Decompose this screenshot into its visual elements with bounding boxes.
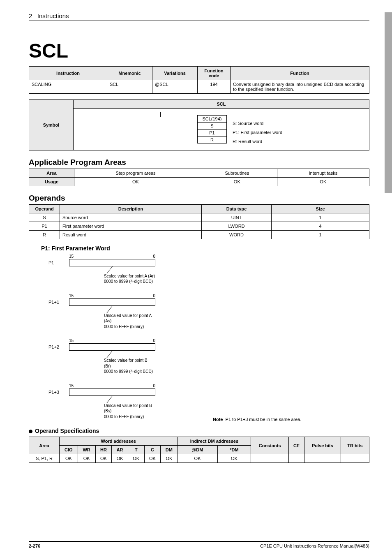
th-cf: CF [288,437,304,454]
td-dtype: UINT [202,213,272,222]
th-dtype: Data type [202,204,272,213]
bit-lo: 0 [153,384,155,388]
th-mnem: Mnemonic [107,67,152,80]
pw-desc1b: 0000 to FFFF (binary) [104,324,144,329]
th-area: Area [29,169,74,177]
bit-hi: 15 [69,294,74,298]
th-pulse: Pulse bits [304,437,341,454]
block-defs: S: Source word P1: First parameter word … [233,113,282,146]
note-text: P1 to P1+3 must be in the same area. [226,417,302,422]
table-row: SCALING SCL @SCL 194 Converts unsigned b… [29,80,369,94]
td-size: 4 [272,222,369,230]
sub-title-spec: Operand Specifications [29,428,369,434]
th-int: Interrupt tasks [277,169,369,177]
th-wr: WR [78,446,95,454]
table-row: P1 First parameter word LWORD 4 [29,222,369,230]
th-idm-group: Indirect DM addresses [178,437,251,446]
th-sdm: *DM [217,446,251,454]
th-area: Area [29,437,60,454]
th-var: Variations [152,67,198,80]
td-5: OK [144,454,161,463]
page-title: SCL [29,39,369,62]
td-desc: Result word [60,230,202,239]
pw-tag-1: P1+1 [48,298,63,305]
pw-desc2b: 0000 to 9999 (4-digit BCD) [104,369,153,374]
def-r: R: Result word [233,137,282,146]
td-11: --- [304,454,341,463]
th-scl: SCL [74,100,369,109]
sub-title-p1: P1: First Parameter Word [41,245,369,252]
td-4: OK [128,454,144,463]
block-s: S [197,123,227,130]
th-ar: AR [112,446,128,454]
td-usage: Usage [29,177,74,186]
td-op: R [29,230,60,239]
table-row: S, P1, R OK OK OK OK OK OK OK OK OK --- … [29,454,369,463]
bullet-icon [29,430,32,433]
ladder-rung [160,114,185,114]
def-p1: P1: First parameter word [233,128,282,137]
td-7: OK [178,454,217,463]
td-8: OK [217,454,251,463]
td-desc: Source word [60,213,202,222]
pw-tag-0: P1 [48,259,63,265]
th-size: Size [272,204,369,213]
td-op: S [29,213,60,222]
footer: 2-276 CP1E CPU Unit Instructions Referen… [29,539,369,548]
footer-manual: CP1E CPU Unit Instructions Reference Man… [260,543,369,548]
td-step: OK [74,177,197,186]
parameter-diagram: 15 0 P1 Scaled value for point A (Ar) 00… [48,254,369,422]
td-dtype: WORD [202,230,272,239]
th-func: Function [231,67,369,80]
side-tab [385,12,392,193]
chapter-num: 2 [29,12,32,19]
table-areas: Area Step program areas Subroutines Inte… [29,169,369,186]
td-mnem: SCL [107,80,152,94]
note-label: Note [213,417,223,422]
th-op: Operand [29,204,60,213]
sec-title-areas: Applicable Program Areas [29,158,369,167]
pw-desc0b: 0000 to 9999 (4-digit BCD) [104,279,153,284]
bit-lo: 0 [153,254,155,259]
def-s: S: Source word [233,119,282,128]
table-spec: Area Word addresses Indirect DM addresse… [29,437,369,463]
bit-hi: 15 [69,338,74,343]
th-hr: HR [95,446,112,454]
bit-lo: 0 [153,338,155,343]
th-step: Step program areas [74,169,197,177]
td-fcode: 194 [198,80,231,94]
symbol-cell: SCL(194) S P1 R S: Source word P1: First… [74,109,369,150]
table-symbol: Symbol SCL SCL(194) S P1 R [29,99,369,150]
td-12: --- [341,454,369,463]
bit-hi: 15 [69,254,74,259]
td-instr: SCALING [29,80,107,94]
th-word-group: Word addresses [60,437,178,446]
td-9: --- [251,454,289,463]
th-t: T [128,446,144,454]
table-operands: Operand Description Data type Size S Sou… [29,204,369,239]
block-top: SCL(194) [197,115,227,123]
table-row: R Result word WORD 1 [29,230,369,239]
th-const: Constants [251,437,289,454]
td-10: --- [288,454,304,463]
td-1: OK [78,454,95,463]
td-size: 1 [272,213,369,222]
chapter-title: Instructions [37,12,69,19]
block-p1: P1 [197,130,227,136]
pw-desc3a: Unscaled value for point B (Bs) [104,403,152,414]
th-dm: DM [161,446,178,454]
pw-desc0a: Scaled value for point A (Ar) [104,274,155,278]
th-fcode: Function code [198,67,231,80]
pw-desc1a: Unscaled value for point A (As) [104,313,152,324]
th-tr: TR bits [341,437,369,454]
sec-title-operands: Operands [29,194,369,203]
td-6: OK [161,454,178,463]
bit-hi: 15 [69,384,74,388]
th-sub: Subroutines [197,169,277,177]
note-line: Note P1 to P1+3 must be in the same area… [213,417,369,422]
ladder-block: SCL(194) S P1 R [197,115,227,143]
pw-desc2a: Scaled value for point B (Br) [104,358,148,368]
pw-desc3b: 0000 to FFFF (binary) [104,414,144,419]
td-rowlabel: S, P1, R [29,454,60,463]
td-size: 1 [272,230,369,239]
